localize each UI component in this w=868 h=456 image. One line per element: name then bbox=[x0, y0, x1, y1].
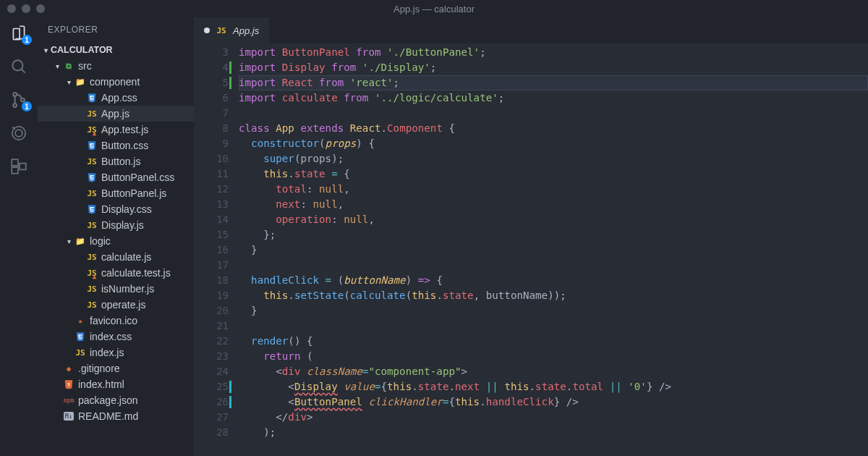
tree-file[interactable]: M↓README.md bbox=[38, 408, 194, 424]
tree-folder[interactable]: ▾📁component bbox=[38, 74, 194, 90]
html-file-icon: 5 bbox=[62, 379, 75, 390]
test-file-icon: JS▲ bbox=[85, 124, 98, 135]
file-label: Button.js bbox=[101, 156, 140, 167]
tab-bar: JS App.js bbox=[194, 17, 868, 43]
activity-search-icon[interactable] bbox=[9, 56, 29, 77]
tree-folder[interactable]: ▾📁logic bbox=[38, 233, 194, 249]
svg-rect-6 bbox=[12, 159, 18, 166]
file-label: isNumber.js bbox=[101, 283, 154, 295]
code-line[interactable]: ); bbox=[239, 425, 868, 440]
tree-section[interactable]: ▾ CALCULATOR bbox=[38, 42, 194, 58]
js-file-icon: JS bbox=[85, 188, 98, 199]
tree-file[interactable]: JSisNumber.js bbox=[38, 281, 194, 297]
window-title: App.js — calculator bbox=[393, 4, 475, 14]
tree-file[interactable]: index.css bbox=[38, 329, 194, 345]
git-added-icon bbox=[229, 77, 231, 89]
modified-indicator-icon bbox=[204, 28, 210, 33]
folder-file-icon: 📁 bbox=[74, 236, 87, 247]
code-line[interactable]: total: null, bbox=[239, 182, 868, 197]
code-line[interactable]: constructor(props) { bbox=[239, 136, 868, 151]
close-window-icon[interactable] bbox=[7, 4, 16, 13]
code-line[interactable]: } bbox=[239, 303, 868, 318]
svg-point-5 bbox=[15, 130, 22, 137]
code-line[interactable]: class App extends React.Component { bbox=[239, 121, 868, 136]
code-line[interactable]: } bbox=[239, 242, 868, 258]
tree-file[interactable]: JSoperate.js bbox=[38, 297, 194, 313]
tree-folder[interactable]: ▾⧉src bbox=[38, 58, 194, 74]
folder-src-file-icon: ⧉ bbox=[62, 61, 75, 72]
file-label: ButtonPanel.js bbox=[101, 187, 166, 199]
tab-label: App.js bbox=[233, 25, 259, 36]
line-number: 12 bbox=[194, 182, 229, 197]
tree-file[interactable]: ★favicon.ico bbox=[38, 313, 194, 329]
code-line[interactable]: <ButtonPanel clickHandler={this.handleCl… bbox=[239, 394, 868, 410]
code-line[interactable]: super(props); bbox=[239, 151, 868, 166]
code-line[interactable]: render() { bbox=[239, 334, 868, 349]
activity-debug-icon[interactable] bbox=[9, 123, 29, 143]
line-number: 23 bbox=[194, 349, 229, 364]
section-label: CALCULATOR bbox=[51, 45, 113, 55]
tree-file[interactable]: ◆.gitignore bbox=[38, 360, 194, 376]
code-line[interactable]: handleClick = (buttonName) => { bbox=[239, 273, 868, 288]
tree-file[interactable]: JSApp.js bbox=[38, 106, 194, 122]
tree-file[interactable]: JScalculate.js bbox=[38, 249, 194, 265]
code-line[interactable] bbox=[239, 258, 868, 273]
tree-file[interactable]: ButtonPanel.css bbox=[38, 169, 194, 185]
minimize-window-icon[interactable] bbox=[22, 4, 30, 13]
tree-file[interactable]: JSDisplay.js bbox=[38, 217, 194, 233]
code-line[interactable]: import Display from './Display'; bbox=[239, 60, 868, 75]
code-line[interactable]: import ButtonPanel from './ButtonPanel'; bbox=[239, 45, 868, 60]
code-line[interactable] bbox=[239, 106, 868, 121]
chevron-down-icon: ▾ bbox=[41, 46, 51, 54]
code-line[interactable] bbox=[239, 318, 868, 334]
chevron-down-icon: ▾ bbox=[64, 78, 74, 86]
svg-point-1 bbox=[13, 93, 17, 96]
file-tree: ▾ CALCULATOR ▾⧉src▾📁componentApp.cssJSAp… bbox=[38, 42, 194, 456]
explorer-badge: 1 bbox=[22, 35, 32, 45]
code-line[interactable]: this.state = { bbox=[239, 166, 868, 182]
line-number: 3 bbox=[194, 45, 229, 60]
tree-file[interactable]: JS▲calculate.test.js bbox=[38, 265, 194, 281]
chevron-down-icon: ▾ bbox=[52, 62, 62, 70]
activity-extensions-icon[interactable] bbox=[9, 156, 29, 177]
file-label: calculate.test.js bbox=[101, 267, 171, 279]
code-line[interactable]: return ( bbox=[239, 349, 868, 364]
line-number: 8 bbox=[194, 121, 229, 136]
tab-app-js[interactable]: JS App.js bbox=[194, 17, 269, 43]
maximize-window-icon[interactable] bbox=[36, 4, 45, 13]
tree-file[interactable]: Display.css bbox=[38, 201, 194, 217]
js-file-icon: JS bbox=[216, 25, 227, 36]
code-line[interactable]: <div className="component-app"> bbox=[239, 364, 868, 379]
tree-file[interactable]: JS▲App.test.js bbox=[38, 122, 194, 138]
line-number: 10 bbox=[194, 151, 229, 166]
code-line[interactable]: next: null, bbox=[239, 197, 868, 212]
line-number: 25 bbox=[194, 379, 229, 394]
activity-explorer-icon[interactable]: 1 bbox=[9, 23, 29, 43]
line-number: 21 bbox=[194, 318, 229, 334]
code-editor[interactable]: import ButtonPanel from './ButtonPanel';… bbox=[239, 43, 868, 456]
file-label: Button.css bbox=[101, 140, 148, 151]
tree-file[interactable]: npmpackage.json bbox=[38, 392, 194, 408]
line-number: 13 bbox=[194, 197, 229, 212]
code-line[interactable]: this.setState(calculate(this.state, butt… bbox=[239, 288, 868, 303]
activity-scm-icon[interactable]: 1 bbox=[9, 90, 29, 110]
js-file-icon: JS bbox=[85, 220, 98, 231]
code-line[interactable]: import calculate from '../logic/calculat… bbox=[239, 90, 868, 106]
code-line[interactable]: </div> bbox=[239, 410, 868, 425]
code-line[interactable]: import React from 'react'; bbox=[239, 75, 868, 90]
tree-file[interactable]: Button.css bbox=[38, 138, 194, 153]
code-line[interactable]: operation: null, bbox=[239, 212, 868, 227]
tree-file[interactable]: App.css bbox=[38, 90, 194, 106]
js-file-icon: JS bbox=[74, 347, 87, 358]
line-number: 11 bbox=[194, 166, 229, 182]
line-number: 20 bbox=[194, 303, 229, 318]
js-file-icon: JS bbox=[85, 109, 98, 119]
line-number: 22 bbox=[194, 334, 229, 349]
tree-file[interactable]: JSindex.js bbox=[38, 345, 194, 360]
code-line[interactable]: <Display value={this.state.next || this.… bbox=[239, 379, 868, 394]
line-number: 28 bbox=[194, 425, 229, 440]
tree-file[interactable]: JSButton.js bbox=[38, 153, 194, 169]
tree-file[interactable]: JSButtonPanel.js bbox=[38, 185, 194, 201]
code-line[interactable]: }; bbox=[239, 227, 868, 242]
tree-file[interactable]: 5index.html bbox=[38, 376, 194, 392]
